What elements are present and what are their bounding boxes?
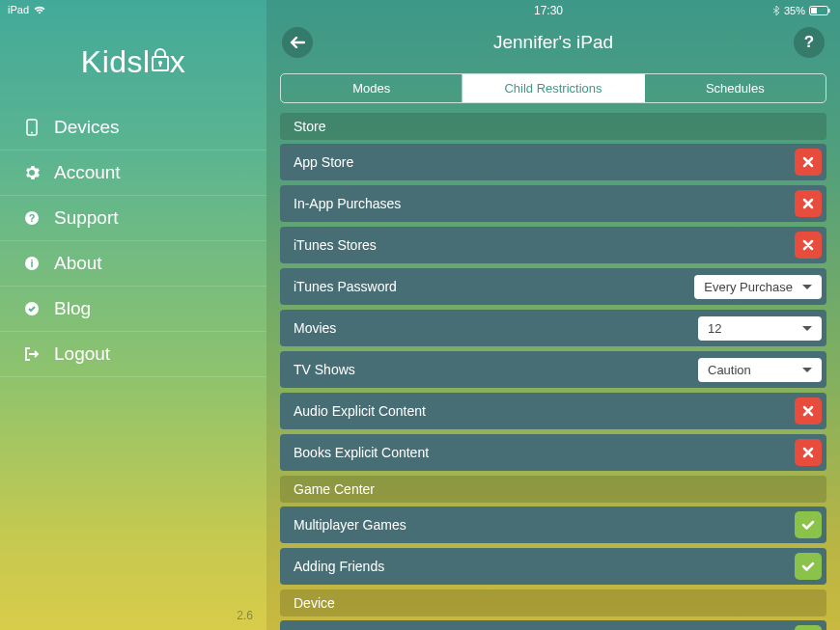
- app-version: 2.6: [0, 609, 266, 630]
- gear-icon: [23, 165, 41, 180]
- nav-blog[interactable]: Blog: [0, 287, 266, 332]
- back-button[interactable]: [282, 27, 313, 58]
- svg-text:?: ?: [29, 212, 36, 224]
- sidebar: iPad Kidslx Devices Account ? Support i …: [0, 0, 266, 630]
- nav-devices[interactable]: Devices: [0, 105, 266, 151]
- svg-rect-10: [811, 8, 817, 14]
- section-header: Store: [280, 113, 826, 140]
- setting-row: In-App Purchases: [280, 185, 826, 222]
- setting-label: TV Shows: [294, 362, 355, 377]
- dropdown-value: 12: [708, 321, 721, 336]
- bluetooth-icon: [772, 5, 780, 16]
- nav-label: Account: [54, 162, 121, 183]
- status-device: iPad: [8, 4, 29, 15]
- device-icon: [23, 119, 41, 136]
- nav-label: Logout: [54, 343, 110, 365]
- setting-label: App Store: [294, 154, 353, 170]
- toggle-on-button[interactable]: [795, 511, 822, 538]
- setting-dropdown[interactable]: 12: [698, 316, 822, 341]
- setting-label: In-App Purchases: [294, 196, 401, 211]
- status-time: 17:30: [324, 4, 772, 17]
- svg-point-3: [31, 132, 33, 134]
- toggle-off-button[interactable]: [795, 232, 822, 259]
- nav-about[interactable]: i About: [0, 241, 266, 287]
- setting-row: iTunes Stores: [280, 227, 826, 263]
- status-bar-right: 17:30 35%: [266, 0, 840, 21]
- svg-rect-1: [159, 63, 161, 67]
- toggle-off-button[interactable]: [795, 190, 822, 217]
- setting-label: Books Explicit Content: [294, 445, 429, 460]
- chevron-down-icon: [802, 326, 812, 331]
- setting-label: Audio Explicit Content: [294, 403, 426, 419]
- setting-label: iTunes Stores: [294, 237, 377, 253]
- help-button[interactable]: ?: [794, 27, 825, 58]
- header: Jennifer's iPad ?: [266, 21, 840, 68]
- chevron-down-icon: [802, 285, 812, 289]
- tab-bar: Modes Child Restrictions Schedules: [280, 73, 826, 103]
- check-icon: [23, 301, 41, 316]
- setting-label: Multiplayer Games: [294, 517, 406, 533]
- setting-dropdown[interactable]: Caution: [698, 358, 822, 382]
- nav-label: Blog: [54, 298, 91, 319]
- wifi-icon: [34, 6, 45, 14]
- setting-row: Movies12: [280, 310, 826, 346]
- content-scroll[interactable]: StoreApp StoreIn-App PurchasesiTunes Sto…: [266, 113, 840, 630]
- setting-label: iTunes Password: [294, 279, 397, 294]
- tab-schedules[interactable]: Schedules: [645, 74, 826, 102]
- status-battery: 35%: [772, 5, 830, 16]
- section-header: Game Center: [280, 476, 826, 503]
- setting-row: Adding Friends: [280, 548, 826, 585]
- dropdown-value: Caution: [708, 363, 751, 377]
- setting-label: Adding Friends: [294, 559, 384, 574]
- tab-modes[interactable]: Modes: [281, 74, 462, 102]
- toggle-on-button[interactable]: [795, 625, 822, 630]
- section-header: Device: [280, 589, 826, 616]
- nav-support[interactable]: ? Support: [0, 196, 266, 241]
- setting-row: Audio Explicit Content: [280, 393, 826, 429]
- main-panel: 17:30 35% Jennifer's iPad ? Modes Child …: [266, 0, 840, 630]
- setting-row: Books Explicit Content: [280, 434, 826, 471]
- toggle-off-button[interactable]: [795, 439, 822, 466]
- nav-label: Devices: [54, 117, 120, 138]
- question-icon: ?: [23, 210, 41, 226]
- toggle-off-button[interactable]: [795, 397, 822, 425]
- nav-list: Devices Account ? Support i About Blog L…: [0, 105, 266, 377]
- nav-label: About: [54, 253, 102, 274]
- toggle-on-button[interactable]: [795, 553, 822, 580]
- tab-child-restrictions[interactable]: Child Restrictions: [462, 74, 644, 102]
- nav-label: Support: [54, 207, 119, 229]
- setting-row: iTunes PasswordEvery Purchase: [280, 268, 826, 305]
- setting-label: Movies: [294, 320, 336, 336]
- battery-percent: 35%: [784, 5, 805, 16]
- toggle-off-button[interactable]: [795, 149, 822, 176]
- svg-rect-11: [828, 9, 830, 13]
- nav-logout[interactable]: Logout: [0, 332, 266, 377]
- dropdown-value: Every Purchase: [704, 280, 793, 294]
- svg-text:i: i: [30, 258, 33, 269]
- chevron-down-icon: [802, 368, 812, 372]
- setting-row: Multiplayer Games: [280, 507, 826, 543]
- nav-account[interactable]: Account: [0, 151, 266, 196]
- logout-icon: [23, 346, 41, 362]
- setting-row: App Store: [280, 144, 826, 180]
- page-title: Jennifer's iPad: [493, 32, 613, 53]
- battery-icon: [809, 6, 830, 15]
- info-icon: i: [23, 256, 41, 271]
- setting-dropdown[interactable]: Every Purchase: [694, 275, 822, 299]
- app-logo: Kidslx: [0, 19, 266, 105]
- setting-row: TV ShowsCaution: [280, 351, 826, 388]
- setting-row: Camera including FaceTime: [280, 620, 826, 630]
- status-bar-left: iPad: [0, 0, 266, 19]
